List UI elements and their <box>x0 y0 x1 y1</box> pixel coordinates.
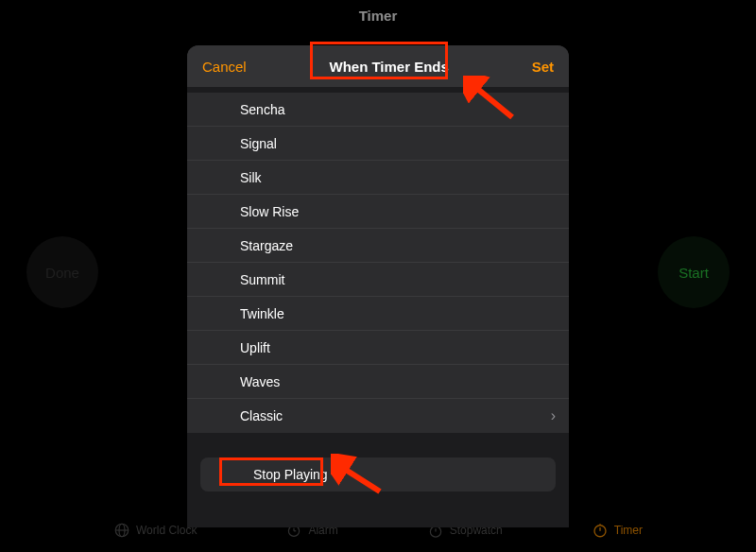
done-button[interactable]: Done <box>26 236 98 308</box>
sound-label: Classic <box>240 408 283 423</box>
sound-item[interactable]: Sencha <box>187 93 569 127</box>
sound-label: Summit <box>240 272 284 287</box>
sheet-title: When Timer Ends <box>329 59 448 75</box>
sound-label: Twinkle <box>240 306 284 321</box>
sound-item[interactable]: Silk <box>187 161 569 195</box>
page-title: Timer <box>0 8 756 24</box>
stop-playing-row[interactable]: Stop Playing <box>200 457 556 492</box>
tab-timer[interactable]: Timer <box>592 522 643 539</box>
start-button[interactable]: Start <box>658 236 730 308</box>
section-gap <box>187 433 569 457</box>
sound-label: Stargaze <box>240 238 293 253</box>
sound-list: Sencha Signal Silk Slow Rise Stargaze Su… <box>187 93 569 433</box>
sound-label: Waves <box>240 374 280 389</box>
cancel-button[interactable]: Cancel <box>202 59 247 75</box>
start-button-label: Start <box>679 265 709 281</box>
sound-label: Slow Rise <box>240 204 299 219</box>
sound-item[interactable]: Waves <box>187 365 569 399</box>
sound-item[interactable]: Signal <box>187 127 569 161</box>
sound-item[interactable]: Uplift <box>187 331 569 365</box>
when-timer-ends-sheet: Cancel When Timer Ends Set Sencha Signal… <box>187 45 569 527</box>
sheet-header: Cancel When Timer Ends Set <box>187 45 569 87</box>
sound-item[interactable]: Slow Rise <box>187 195 569 229</box>
tab-timer-label: Timer <box>614 524 643 537</box>
sound-item[interactable]: Stargaze <box>187 229 569 263</box>
stop-playing-label: Stop Playing <box>253 467 328 482</box>
done-button-label: Done <box>45 265 79 281</box>
sound-item[interactable]: Twinkle <box>187 297 569 331</box>
set-button[interactable]: Set <box>532 59 554 75</box>
sound-label: Sencha <box>240 102 284 117</box>
sound-label: Silk <box>240 170 262 185</box>
stop-playing-section: Stop Playing <box>200 457 556 492</box>
sound-label: Uplift <box>240 340 270 355</box>
chevron-right-icon: › <box>551 407 556 424</box>
sound-item[interactable]: Summit <box>187 263 569 297</box>
tab-world-clock[interactable]: World Clock <box>113 522 197 539</box>
timer-icon <box>592 522 609 539</box>
globe-icon <box>113 522 130 539</box>
sound-label: Signal <box>240 136 277 151</box>
sound-item-classic[interactable]: Classic › <box>187 399 569 433</box>
sound-list-scroll[interactable]: Sencha Signal Silk Slow Rise Stargaze Su… <box>187 87 569 527</box>
